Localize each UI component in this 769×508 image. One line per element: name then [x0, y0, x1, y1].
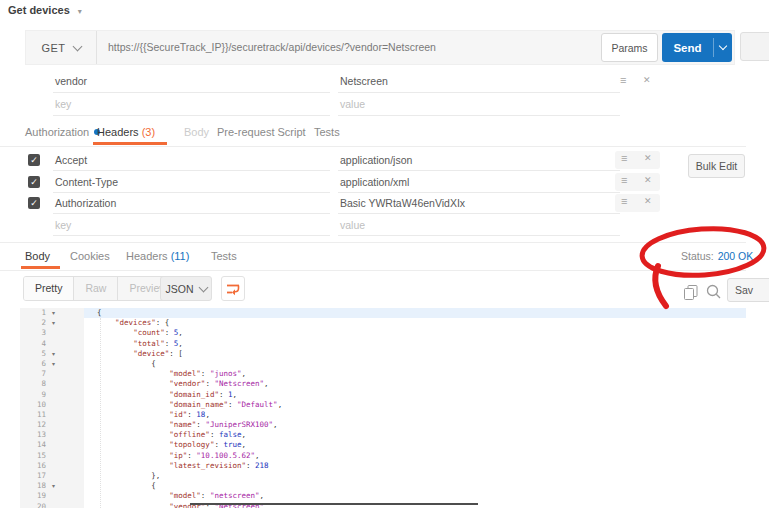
method-label: GET: [41, 42, 65, 54]
params-button[interactable]: Params: [601, 33, 658, 62]
code-text: "devices": {: [84, 318, 746, 328]
header-key-field[interactable]: key: [53, 215, 330, 236]
code-text: {: [84, 359, 746, 369]
request-tab-pre-request-script[interactable]: Pre-request Script: [217, 126, 306, 138]
request-url-bar: GET https://{{SecureTrack_IP}}/securetra…: [25, 30, 735, 65]
fold-toggle-icon[interactable]: ▾: [52, 308, 55, 318]
fold-toggle-icon[interactable]: ▾: [52, 359, 55, 369]
line-number: 7: [20, 369, 46, 379]
save-request-button-partial[interactable]: [740, 32, 769, 61]
code-line: 10 "domain_name": "Default",: [0, 400, 746, 410]
request-tab-headers[interactable]: Headers (3): [97, 126, 155, 138]
header-value-field[interactable]: Basic YWRtaW46enVidXIx: [338, 193, 620, 214]
param-key-field[interactable]: vendor: [53, 70, 330, 93]
code-text: "name": "JuniperSRX100",: [84, 420, 746, 430]
line-number: 10: [20, 400, 46, 410]
tab-label: Headers: [126, 250, 168, 262]
chevron-down-icon: [719, 42, 727, 50]
remove-row-icon[interactable]: ✕: [644, 153, 652, 163]
drag-handle-icon[interactable]: ≡: [620, 74, 626, 86]
header-value-field[interactable]: value: [338, 215, 620, 236]
code-text: "device": [: [84, 349, 746, 359]
header-key-field[interactable]: Accept: [53, 150, 330, 171]
method-dropdown[interactable]: GET: [26, 31, 97, 64]
line-number: 9: [20, 390, 46, 400]
code-line: 15 "ip": "10.100.5.62",: [0, 451, 746, 461]
param-value-field[interactable]: Netscreen: [338, 70, 620, 93]
request-tab-body[interactable]: Body: [184, 126, 209, 138]
line-number: 12: [20, 420, 46, 430]
view-mode-raw[interactable]: Raw: [74, 277, 118, 300]
response-tab-tests[interactable]: Tests: [211, 250, 237, 262]
fold-toggle-icon[interactable]: ▾: [52, 481, 55, 491]
code-text: "model": "netscreen",: [84, 491, 746, 501]
line-number: 15: [20, 451, 46, 461]
tab-count-badge: (3): [139, 126, 156, 138]
status-value[interactable]: 200 OK: [718, 250, 754, 262]
tab-label: Authorization: [25, 126, 89, 138]
line-number: 8: [20, 379, 46, 389]
header-row-checkbox[interactable]: ✓: [28, 154, 40, 166]
remove-row-icon[interactable]: ✕: [643, 75, 651, 85]
code-text: "vendor": "Netscreen",: [84, 379, 746, 389]
code-text: "id": 18,: [84, 410, 746, 420]
drag-handle-icon[interactable]: ≡: [621, 152, 627, 164]
code-line: 11 "id": 18,: [0, 410, 746, 420]
bulk-edit-button[interactable]: Bulk Edit: [688, 154, 745, 178]
response-tab-cookies[interactable]: Cookies: [70, 250, 110, 262]
active-tab-underline: [93, 142, 167, 145]
code-text: "domain_name": "Default",: [84, 400, 746, 410]
request-tab-label: Get devices: [8, 4, 70, 16]
format-dropdown[interactable]: JSON: [160, 276, 212, 301]
send-options-button[interactable]: [714, 33, 732, 62]
code-line: 9 "domain_id": 1,: [0, 390, 746, 400]
url-input[interactable]: https://{{SecureTrack_IP}}/securetrack/a…: [96, 31, 584, 64]
request-tab-tests[interactable]: Tests: [314, 126, 340, 138]
send-button[interactable]: Send: [662, 33, 732, 62]
status-label: Status:: [681, 250, 714, 262]
chevron-down-icon: [198, 282, 208, 292]
header-row-checkbox[interactable]: ✓: [28, 197, 40, 209]
code-text: "topology": true,: [84, 440, 746, 450]
param-key-field[interactable]: key: [53, 93, 330, 116]
remove-row-icon[interactable]: ✕: [644, 196, 652, 206]
header-value-field[interactable]: application/json: [338, 150, 620, 171]
drag-handle-icon[interactable]: ≡: [621, 195, 627, 207]
search-button[interactable]: [706, 284, 722, 304]
code-text: "domain_id": 1,: [84, 390, 746, 400]
wrap-lines-icon: [225, 282, 241, 296]
code-line: 8 "vendor": "Netscreen",: [0, 379, 746, 389]
request-tab-title[interactable]: Get devices ▾: [8, 4, 82, 16]
code-text: {: [84, 481, 746, 491]
chevron-down-icon[interactable]: ▾: [78, 7, 82, 16]
response-status: Status:200 OK: [681, 250, 753, 262]
line-number: 2: [20, 318, 46, 328]
view-mode-pretty[interactable]: Pretty: [24, 277, 74, 300]
line-number: 4: [20, 339, 46, 349]
header-row-checkbox[interactable]: ✓: [28, 176, 40, 188]
drag-handle-icon[interactable]: ≡: [621, 174, 627, 186]
header-value-field[interactable]: application/xml: [338, 172, 620, 193]
chevron-down-icon: [72, 41, 82, 51]
line-number: 17: [20, 471, 46, 481]
fold-toggle-icon[interactable]: ▾: [52, 318, 55, 328]
wrap-lines-button[interactable]: [221, 276, 245, 301]
tab-label: Cookies: [70, 250, 110, 262]
copy-button[interactable]: [683, 284, 699, 305]
line-number: 13: [20, 430, 46, 440]
response-tab-body[interactable]: Body: [25, 250, 50, 262]
fold-toggle-icon[interactable]: ▾: [52, 349, 55, 359]
save-response-button[interactable]: Sav: [727, 278, 769, 302]
remove-row-icon[interactable]: ✕: [644, 175, 652, 185]
header-key-field[interactable]: Authorization: [53, 193, 330, 214]
line-number: 11: [20, 410, 46, 420]
line-number: 5: [20, 349, 46, 359]
code-text: },: [84, 471, 746, 481]
response-tab-headers[interactable]: Headers (11): [126, 250, 189, 262]
response-body-viewer[interactable]: 1▾{2▾ "devices": {3 "count": 5,4 "total"…: [0, 308, 746, 508]
header-key-field[interactable]: Content-Type: [53, 172, 330, 193]
code-line: 7 "model": "junos",: [0, 369, 746, 379]
request-tab-authorization[interactable]: Authorization: [25, 126, 100, 138]
param-value-field[interactable]: value: [338, 93, 620, 116]
line-number: 1: [20, 308, 46, 318]
